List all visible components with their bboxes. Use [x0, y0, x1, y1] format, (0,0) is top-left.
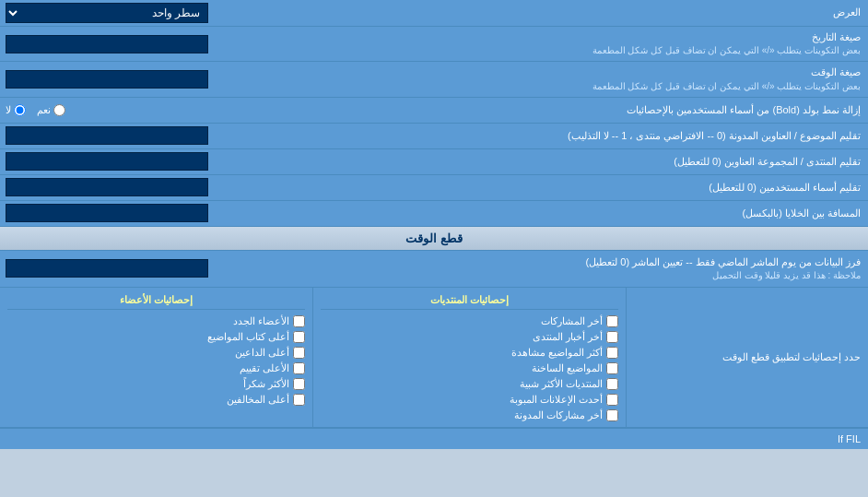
- bold-radio-no-label[interactable]: لا: [6, 104, 26, 116]
- freeze-row: فرز البيانات من يوم الماشر الماضي فقط --…: [0, 251, 868, 288]
- stats-col1: إحصائيات الأعضاء الأعضاء الجدد أعلى كتاب…: [0, 288, 312, 427]
- time-format-field[interactable]: H:i: [6, 70, 208, 89]
- stat-top-topic-writers: أعلى كتاب المواضيع: [7, 329, 305, 345]
- stat-most-thanked-checkbox[interactable]: [293, 378, 305, 390]
- date-format-field[interactable]: d-m: [6, 35, 208, 53]
- forum-title-trim-input: 33: [0, 149, 267, 173]
- username-trim-input: 0: [0, 175, 267, 199]
- stat-top-rated: الأعلى تقييم: [7, 361, 305, 376]
- date-format-input: d-m: [0, 32, 267, 56]
- stat-hot-topics-checkbox[interactable]: [606, 362, 618, 374]
- stat-blog-posts: أخر مشاركات المدونة: [321, 408, 618, 423]
- stats-col1-header: إحصائيات الأعضاء: [7, 291, 305, 310]
- time-format-label: صيغة الوقت بعض التكوينات يتطلب «/» التي …: [267, 62, 868, 96]
- topic-title-trim-row: تقليم الموضوع / العناوين المدونة (0 -- ا…: [0, 124, 868, 149]
- stat-top-inviters-checkbox[interactable]: [293, 347, 305, 359]
- bold-remove-row: إزالة نمط بولد (Bold) من أسماء المستخدمي…: [0, 98, 868, 124]
- topic-title-trim-input: 33: [0, 124, 267, 148]
- stat-top-inviters: أعلى الداعين: [7, 345, 305, 361]
- stat-last-posts: أخر المشاركات: [321, 314, 618, 329]
- freeze-label: فرز البيانات من يوم الماشر الماضي فقط --…: [267, 251, 868, 287]
- stat-hot-topics: المواضيع الساخنة: [321, 361, 618, 376]
- forum-title-trim-label: تقليم المنتدى / المجموعة العناوين (0 للت…: [267, 151, 868, 172]
- forum-title-trim-row: تقليم المنتدى / المجموعة العناوين (0 للت…: [0, 149, 868, 175]
- stats-col2: إحصائيات المنتديات أخر المشاركات أخر أخب…: [312, 288, 627, 427]
- stat-most-popular-forums: المنتديات الأكثر شبية: [321, 376, 618, 392]
- display-mode-input: سطر واحد: [0, 0, 267, 26]
- topic-title-trim-label: تقليم الموضوع / العناوين المدونة (0 -- ا…: [267, 125, 868, 147]
- stat-top-rated-checkbox[interactable]: [293, 362, 305, 374]
- display-mode-select[interactable]: سطر واحد: [6, 3, 208, 23]
- stat-most-viewed-checkbox[interactable]: [606, 347, 618, 359]
- main-container: العرض سطر واحد صيغة التاريخ بعض التكوينا…: [0, 0, 868, 449]
- gap-cells-field[interactable]: 2: [6, 204, 208, 222]
- stat-most-viewed: أكثر المواضيع مشاهدة: [321, 345, 618, 361]
- stat-blog-posts-checkbox[interactable]: [606, 409, 618, 421]
- username-trim-label: تقليم أسماء المستخدمين (0 للتعطيل): [267, 177, 868, 198]
- time-format-row: صيغة الوقت بعض التكوينات يتطلب «/» التي …: [0, 62, 868, 97]
- display-mode-row: العرض سطر واحد: [0, 0, 868, 27]
- gap-cells-input: 2: [0, 201, 267, 225]
- if-fil-text: If FIL: [838, 433, 861, 444]
- freeze-value-field[interactable]: 0: [6, 259, 208, 278]
- gap-cells-row: المسافة بين الخلايا (بالبكسل) 2: [0, 201, 868, 227]
- stats-columns-container: إحصائيات المنتديات أخر المشاركات أخر أخب…: [0, 288, 627, 427]
- time-format-input: H:i: [0, 67, 267, 91]
- bold-radio-no[interactable]: [14, 104, 26, 116]
- forum-title-trim-field[interactable]: 33: [6, 152, 208, 171]
- date-format-row: صيغة التاريخ بعض التكوينات يتطلب «/» الت…: [0, 27, 868, 62]
- footer-row: If FIL: [0, 428, 868, 449]
- bold-radio-yes[interactable]: [53, 104, 65, 116]
- stats-col2-header: إحصائيات المنتديات: [321, 291, 618, 310]
- stat-top-violators: أعلى المخالفين: [7, 392, 305, 408]
- bold-radio-group: نعم لا: [6, 104, 65, 116]
- stat-top-topic-writers-checkbox[interactable]: [293, 331, 305, 343]
- gap-cells-label: المسافة بين الخلايا (بالبكسل): [267, 203, 868, 224]
- stat-classified-ads: أحدث الإعلانات المبوبة: [321, 392, 618, 408]
- stats-header-row: حدد إحصائيات لتطبيق قطع الوقت إحصائيات ا…: [0, 288, 868, 428]
- stat-most-popular-forums-checkbox[interactable]: [606, 378, 618, 390]
- bold-remove-label: إزالة نمط بولد (Bold) من أسماء المستخدمي…: [267, 100, 868, 121]
- bold-remove-input: نعم لا: [0, 101, 267, 119]
- date-format-label: صيغة التاريخ بعض التكوينات يتطلب «/» الت…: [267, 27, 868, 61]
- stat-last-posts-checkbox[interactable]: [606, 315, 618, 327]
- stat-top-violators-checkbox[interactable]: [293, 394, 305, 406]
- stat-forum-news: أخر أخبار المنتدى: [321, 329, 618, 345]
- topic-title-trim-field[interactable]: 33: [6, 126, 208, 145]
- bold-radio-yes-label[interactable]: نعم: [37, 104, 65, 116]
- freeze-input: 0: [0, 251, 267, 287]
- stat-most-thanked: الأكثر شكراً: [7, 376, 305, 392]
- username-trim-field[interactable]: 0: [6, 178, 208, 196]
- stat-new-members: الأعضاء الجدد: [7, 314, 305, 329]
- stats-apply-label: حدد إحصائيات لتطبيق قطع الوقت: [627, 347, 868, 368]
- display-mode-label: العرض: [267, 2, 868, 23]
- stat-classified-ads-checkbox[interactable]: [606, 394, 618, 406]
- stat-forum-news-checkbox[interactable]: [606, 331, 618, 343]
- username-trim-row: تقليم أسماء المستخدمين (0 للتعطيل) 0: [0, 175, 868, 201]
- stat-new-members-checkbox[interactable]: [293, 315, 305, 327]
- freeze-section-header: قطع الوقت: [0, 227, 868, 251]
